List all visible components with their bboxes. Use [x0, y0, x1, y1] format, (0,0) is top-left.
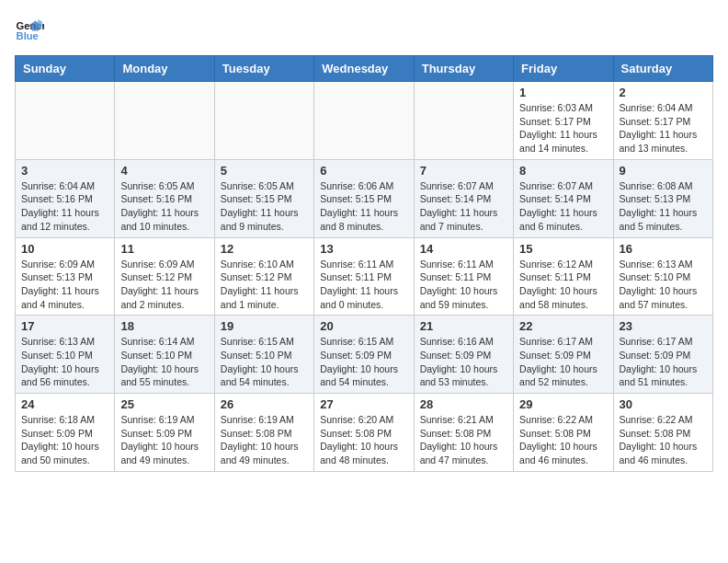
day-number: 2 — [620, 86, 707, 99]
cell-info: Sunrise: 6:07 AM Sunset: 5:14 PM Dayligh… — [420, 179, 507, 234]
calendar-cell: 21Sunrise: 6:16 AM Sunset: 5:09 PM Dayli… — [414, 316, 513, 394]
calendar-week-row: 1Sunrise: 6:03 AM Sunset: 5:17 PM Daylig… — [16, 82, 713, 160]
day-header-sunday: Sunday — [16, 56, 115, 82]
cell-info: Sunrise: 6:16 AM Sunset: 5:09 PM Dayligh… — [420, 335, 507, 389]
cell-info: Sunrise: 6:07 AM Sunset: 5:14 PM Dayligh… — [519, 179, 607, 234]
calendar-cell: 1Sunrise: 6:03 AM Sunset: 5:17 PM Daylig… — [514, 82, 613, 160]
calendar-cell: 8Sunrise: 6:07 AM Sunset: 5:14 PM Daylig… — [514, 159, 613, 237]
cell-info: Sunrise: 6:09 AM Sunset: 5:12 PM Dayligh… — [120, 258, 208, 312]
day-number: 15 — [519, 242, 607, 256]
cell-info: Sunrise: 6:17 AM Sunset: 5:09 PM Dayligh… — [620, 335, 707, 389]
logo-icon: General Blue — [15, 15, 44, 44]
cell-info: Sunrise: 6:13 AM Sunset: 5:10 PM Dayligh… — [21, 335, 108, 389]
day-header-tuesday: Tuesday — [214, 56, 313, 82]
day-header-saturday: Saturday — [613, 56, 712, 82]
cell-info: Sunrise: 6:04 AM Sunset: 5:17 PM Dayligh… — [620, 101, 707, 155]
calendar-cell: 29Sunrise: 6:22 AM Sunset: 5:08 PM Dayli… — [514, 394, 613, 472]
day-header-monday: Monday — [115, 56, 214, 82]
day-number: 6 — [320, 164, 407, 178]
cell-info: Sunrise: 6:10 AM Sunset: 5:12 PM Dayligh… — [221, 258, 308, 312]
day-number: 18 — [120, 319, 208, 333]
calendar-cell: 4Sunrise: 6:05 AM Sunset: 5:16 PM Daylig… — [115, 159, 214, 237]
calendar-cell: 20Sunrise: 6:15 AM Sunset: 5:09 PM Dayli… — [314, 316, 414, 394]
cell-info: Sunrise: 6:21 AM Sunset: 5:08 PM Dayligh… — [420, 413, 507, 467]
day-number: 16 — [620, 242, 707, 256]
cell-info: Sunrise: 6:15 AM Sunset: 5:10 PM Dayligh… — [221, 335, 308, 389]
calendar-cell — [214, 82, 313, 160]
calendar-week-row: 10Sunrise: 6:09 AM Sunset: 5:13 PM Dayli… — [16, 237, 713, 316]
day-number: 22 — [519, 319, 607, 333]
cell-info: Sunrise: 6:05 AM Sunset: 5:15 PM Dayligh… — [221, 179, 308, 234]
calendar-week-row: 3Sunrise: 6:04 AM Sunset: 5:16 PM Daylig… — [16, 159, 713, 237]
calendar-week-row: 17Sunrise: 6:13 AM Sunset: 5:10 PM Dayli… — [16, 316, 713, 394]
cell-info: Sunrise: 6:05 AM Sunset: 5:16 PM Dayligh… — [120, 179, 208, 234]
day-number: 17 — [21, 319, 108, 333]
calendar-cell: 27Sunrise: 6:20 AM Sunset: 5:08 PM Dayli… — [314, 394, 414, 472]
day-number: 13 — [320, 242, 407, 256]
calendar-cell: 6Sunrise: 6:06 AM Sunset: 5:15 PM Daylig… — [314, 159, 414, 237]
day-header-wednesday: Wednesday — [314, 56, 414, 82]
calendar-cell: 15Sunrise: 6:12 AM Sunset: 5:11 PM Dayli… — [514, 237, 613, 316]
cell-info: Sunrise: 6:06 AM Sunset: 5:15 PM Dayligh… — [320, 179, 407, 234]
day-number: 28 — [420, 397, 507, 411]
cell-info: Sunrise: 6:22 AM Sunset: 5:08 PM Dayligh… — [620, 413, 707, 467]
calendar-cell: 19Sunrise: 6:15 AM Sunset: 5:10 PM Dayli… — [214, 316, 313, 394]
day-number: 21 — [420, 319, 507, 333]
calendar-cell: 12Sunrise: 6:10 AM Sunset: 5:12 PM Dayli… — [214, 237, 313, 316]
calendar-cell: 11Sunrise: 6:09 AM Sunset: 5:12 PM Dayli… — [115, 237, 214, 316]
calendar-cell: 28Sunrise: 6:21 AM Sunset: 5:08 PM Dayli… — [414, 394, 513, 472]
cell-info: Sunrise: 6:08 AM Sunset: 5:13 PM Dayligh… — [620, 179, 707, 234]
cell-info: Sunrise: 6:19 AM Sunset: 5:09 PM Dayligh… — [120, 413, 208, 467]
calendar-cell: 26Sunrise: 6:19 AM Sunset: 5:08 PM Dayli… — [214, 394, 313, 472]
day-number: 5 — [221, 164, 308, 178]
day-number: 24 — [21, 397, 108, 411]
day-number: 14 — [420, 242, 507, 256]
calendar-cell — [414, 82, 513, 160]
cell-info: Sunrise: 6:15 AM Sunset: 5:09 PM Dayligh… — [320, 335, 407, 389]
cell-info: Sunrise: 6:12 AM Sunset: 5:11 PM Dayligh… — [519, 258, 607, 312]
day-header-friday: Friday — [514, 56, 613, 82]
day-number: 12 — [221, 242, 308, 256]
cell-info: Sunrise: 6:20 AM Sunset: 5:08 PM Dayligh… — [320, 413, 407, 467]
cell-info: Sunrise: 6:11 AM Sunset: 5:11 PM Dayligh… — [320, 258, 407, 312]
day-number: 3 — [21, 164, 108, 178]
day-number: 7 — [420, 164, 507, 178]
calendar-cell: 22Sunrise: 6:17 AM Sunset: 5:09 PM Dayli… — [514, 316, 613, 394]
cell-info: Sunrise: 6:22 AM Sunset: 5:08 PM Dayligh… — [519, 413, 607, 467]
cell-info: Sunrise: 6:17 AM Sunset: 5:09 PM Dayligh… — [519, 335, 607, 389]
day-number: 30 — [620, 397, 707, 411]
calendar-cell: 14Sunrise: 6:11 AM Sunset: 5:11 PM Dayli… — [414, 237, 513, 316]
cell-info: Sunrise: 6:13 AM Sunset: 5:10 PM Dayligh… — [620, 258, 707, 312]
day-number: 19 — [221, 319, 308, 333]
page-header: General Blue — [15, 15, 713, 44]
calendar-cell: 25Sunrise: 6:19 AM Sunset: 5:09 PM Dayli… — [115, 394, 214, 472]
calendar-cell: 24Sunrise: 6:18 AM Sunset: 5:09 PM Dayli… — [16, 394, 115, 472]
calendar-cell: 23Sunrise: 6:17 AM Sunset: 5:09 PM Dayli… — [613, 316, 712, 394]
calendar-cell — [314, 82, 414, 160]
day-header-thursday: Thursday — [414, 56, 513, 82]
logo: General Blue — [15, 15, 48, 44]
calendar-cell — [16, 82, 115, 160]
calendar-week-row: 24Sunrise: 6:18 AM Sunset: 5:09 PM Dayli… — [16, 394, 713, 472]
calendar-cell: 17Sunrise: 6:13 AM Sunset: 5:10 PM Dayli… — [16, 316, 115, 394]
calendar-cell: 2Sunrise: 6:04 AM Sunset: 5:17 PM Daylig… — [613, 82, 712, 160]
day-number: 4 — [120, 164, 208, 178]
svg-text:Blue: Blue — [17, 30, 39, 41]
cell-info: Sunrise: 6:11 AM Sunset: 5:11 PM Dayligh… — [420, 258, 507, 312]
calendar-header-row: SundayMondayTuesdayWednesdayThursdayFrid… — [16, 56, 713, 82]
cell-info: Sunrise: 6:09 AM Sunset: 5:13 PM Dayligh… — [21, 258, 108, 312]
cell-info: Sunrise: 6:18 AM Sunset: 5:09 PM Dayligh… — [21, 413, 108, 467]
calendar-cell: 9Sunrise: 6:08 AM Sunset: 5:13 PM Daylig… — [613, 159, 712, 237]
day-number: 29 — [519, 397, 607, 411]
calendar-cell: 16Sunrise: 6:13 AM Sunset: 5:10 PM Dayli… — [613, 237, 712, 316]
calendar-cell — [115, 82, 214, 160]
cell-info: Sunrise: 6:14 AM Sunset: 5:10 PM Dayligh… — [120, 335, 208, 389]
day-number: 1 — [519, 86, 607, 99]
cell-info: Sunrise: 6:03 AM Sunset: 5:17 PM Dayligh… — [519, 101, 607, 155]
calendar-cell: 7Sunrise: 6:07 AM Sunset: 5:14 PM Daylig… — [414, 159, 513, 237]
day-number: 10 — [21, 242, 108, 256]
day-number: 9 — [620, 164, 707, 178]
calendar-cell: 13Sunrise: 6:11 AM Sunset: 5:11 PM Dayli… — [314, 237, 414, 316]
calendar-cell: 10Sunrise: 6:09 AM Sunset: 5:13 PM Dayli… — [16, 237, 115, 316]
cell-info: Sunrise: 6:19 AM Sunset: 5:08 PM Dayligh… — [221, 413, 308, 467]
